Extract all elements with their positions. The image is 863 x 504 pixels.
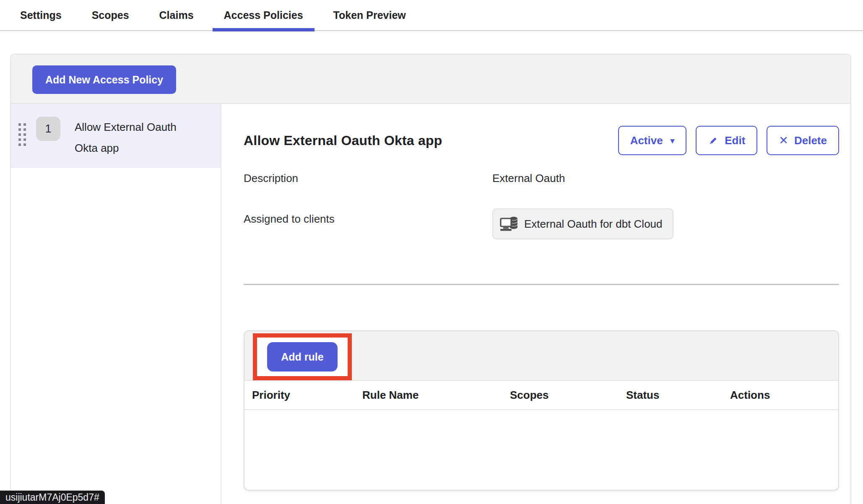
tab-settings[interactable]: Settings	[20, 0, 62, 31]
client-chip-label: External Oauth for dbt Cloud	[524, 218, 663, 231]
tab-token-preview[interactable]: Token Preview	[333, 0, 406, 31]
pencil-icon	[708, 135, 719, 146]
section-divider	[244, 284, 839, 285]
client-app-icon	[500, 216, 518, 231]
policy-title: Allow External Oauth Okta app	[244, 133, 442, 148]
tab-claims[interactable]: Claims	[159, 0, 194, 31]
policy-fields: Description External Oauth Assigned to c…	[244, 168, 839, 239]
link-status-tooltip: usijiutarM7Aj0Ep5d7#	[0, 491, 105, 504]
description-label: Description	[244, 168, 492, 185]
edit-button[interactable]: Edit	[696, 126, 757, 155]
policy-detail-header: Allow External Oauth Okta app Active ▾	[244, 126, 839, 155]
policy-list: 1 Allow External Oauth Okta app	[11, 104, 221, 504]
policy-action-buttons: Active ▾ Edit	[618, 126, 839, 155]
delete-label: Delete	[794, 134, 827, 147]
close-icon: ✕	[779, 134, 788, 147]
description-row: Description External Oauth	[244, 168, 839, 185]
add-rule-button[interactable]: Add rule	[267, 342, 338, 372]
rules-card: Add rule Priority Rule Name Scopes Statu…	[244, 330, 839, 491]
column-scopes: Scopes	[510, 389, 626, 402]
description-value: External Oauth	[492, 168, 839, 185]
drag-handle-icon[interactable]	[18, 123, 26, 146]
assigned-clients-label: Assigned to clients	[244, 208, 492, 226]
policy-item-name: Allow External Oauth Okta app	[75, 117, 200, 158]
policy-list-item[interactable]: 1 Allow External Oauth Okta app	[11, 104, 221, 168]
panel-body: 1 Allow External Oauth Okta app Allow Ex…	[11, 104, 850, 504]
policy-priority-badge: 1	[36, 117, 60, 141]
status-dropdown-button[interactable]: Active ▾	[618, 126, 687, 155]
chevron-down-icon: ▾	[671, 136, 675, 145]
status-label: Active	[630, 134, 663, 147]
access-policies-panel: Add New Access Policy 1 Allow External O…	[10, 54, 851, 504]
tab-access-policies[interactable]: Access Policies	[224, 0, 303, 31]
column-actions: Actions	[730, 389, 838, 402]
rules-table-body	[244, 410, 838, 490]
column-rule-name: Rule Name	[362, 389, 510, 402]
assigned-clients-row: Assigned to clients	[244, 208, 839, 239]
tab-bar: Settings Scopes Claims Access Policies T…	[0, 0, 863, 31]
add-new-access-policy-button[interactable]: Add New Access Policy	[32, 65, 176, 94]
column-status: Status	[626, 389, 730, 402]
client-chip[interactable]: External Oauth for dbt Cloud	[492, 208, 673, 239]
tab-scopes[interactable]: Scopes	[92, 0, 129, 31]
policy-detail: Allow External Oauth Okta app Active ▾	[221, 104, 850, 504]
page: Settings Scopes Claims Access Policies T…	[0, 0, 863, 504]
annotation-highlight-box: Add rule	[253, 333, 352, 380]
edit-label: Edit	[725, 134, 745, 147]
rules-table-header: Priority Rule Name Scopes Status Actions	[244, 381, 838, 410]
delete-button[interactable]: ✕ Delete	[767, 126, 839, 155]
column-priority: Priority	[252, 389, 362, 402]
panel-toolbar: Add New Access Policy	[11, 55, 850, 104]
